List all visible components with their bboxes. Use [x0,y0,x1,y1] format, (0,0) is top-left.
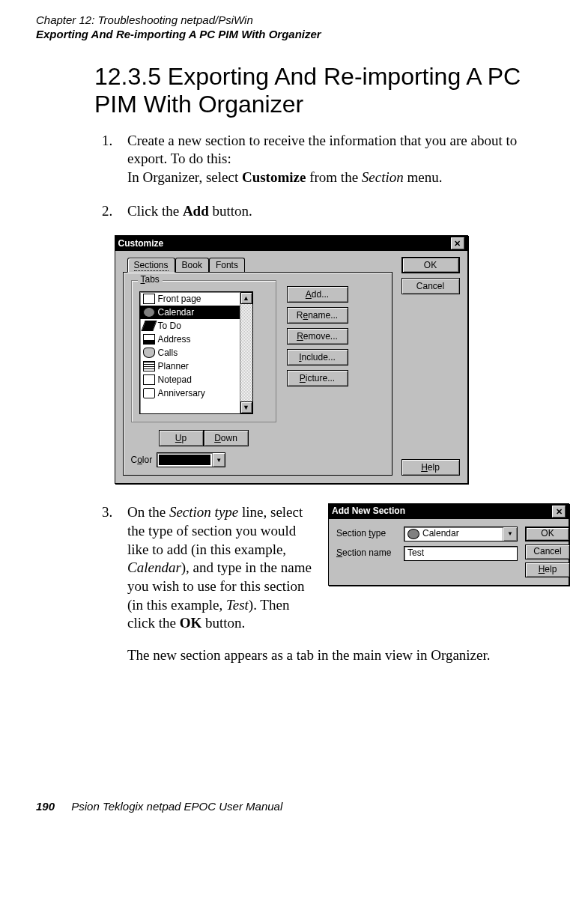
section-line: Exporting And Re-importing A PC PIM With… [36,28,546,42]
grid-icon [143,361,155,371]
help-button[interactable]: Help [401,459,460,476]
phone-icon [143,348,155,358]
list-item[interactable]: Notepad [140,373,252,386]
page-footer: 190 Psion Teklogix netpad EPOC User Manu… [36,800,546,813]
note-icon [143,374,155,385]
step-2-add: Add [183,203,209,219]
list-item[interactable]: Calendar [140,306,252,319]
section-name-input[interactable]: Test [404,546,518,561]
sections-listbox[interactable]: Front page Calendar To Do Address Calls … [139,291,253,414]
running-header: Chapter 12: Troubleshooting netpad/PsiWi… [36,13,546,42]
customize-title: Customize [118,238,164,249]
page-title: 12.3.5 Exporting And Re-importing A PC P… [94,63,546,118]
section-type-combo[interactable]: Calendar ▼ [404,527,518,541]
color-label: Color [131,455,153,465]
step-1-customize: Customize [242,169,306,185]
help-button[interactable]: Help [525,562,570,577]
step-1-text-2a: In Organizer, select [127,169,242,185]
scroll-up-icon[interactable]: ▲ [240,292,252,304]
add-section-title: Add New Section [332,506,405,518]
tab-book[interactable]: Book [175,258,209,272]
manual-title: Psion Teklogix netpad EPOC User Manual [71,800,282,813]
step-1-section: Section [362,169,404,185]
tab-fonts[interactable]: Fonts [209,258,245,272]
close-icon[interactable]: ✕ [451,237,464,249]
up-button[interactable]: Up [159,430,204,446]
list-item[interactable]: Front page [140,292,252,306]
list-item[interactable]: Address [140,333,252,346]
listbox-scrollbar[interactable]: ▲ ▼ [240,292,252,413]
section-name-label: Section name [336,547,398,559]
clock-icon [407,529,419,539]
ok-button[interactable]: OK [401,257,460,273]
step-2-t3: button. [209,203,252,219]
list-item[interactable]: Planner [140,359,252,373]
step-1-num: 1. [102,132,112,151]
color-picker[interactable]: ▼ [157,452,225,467]
list-item[interactable]: To Do [140,319,252,333]
list-item[interactable]: Calls [140,346,252,359]
step-1-text-2e: menu. [404,169,443,185]
pencil-icon [141,321,157,331]
chapter-line: Chapter 12: Troubleshooting netpad/PsiWi… [36,13,546,28]
cancel-button[interactable]: Cancel [401,278,460,294]
customize-dialog: Customize ✕ SectionsBookFonts Tabs [115,235,468,484]
include-button[interactable]: Include... [287,349,348,365]
step-3-num: 3. [102,503,112,522]
step-2: 2. Click the Add button. [102,202,546,221]
step-2-t1: Click the [127,203,183,219]
cancel-button[interactable]: Cancel [525,544,570,559]
clock-icon [143,307,155,318]
step-3-after: The new section appears as a tab in the … [127,647,491,663]
rename-button[interactable]: Rename... [287,307,348,324]
step-1-text-1: Create a new section to receive the info… [127,133,517,167]
ok-button[interactable]: OK [525,527,570,541]
add-section-titlebar[interactable]: Add New Section ✕ [329,504,569,519]
anniversary-icon [143,388,155,398]
step-1-text-2c: from the [306,169,361,185]
tabs-group: Tabs Front page Calendar To Do Address C… [131,280,276,422]
close-icon[interactable]: ✕ [552,506,566,518]
picture-button[interactable]: Picture... [287,370,348,386]
page-icon [143,294,155,304]
customize-titlebar[interactable]: Customize ✕ [115,236,467,251]
scroll-down-icon[interactable]: ▼ [240,401,252,413]
chevron-down-icon[interactable]: ▼ [503,527,517,541]
tabs-label: Tabs [138,274,163,285]
step-1: 1. Create a new section to receive the i… [102,132,546,187]
add-section-dialog: Add New Section ✕ Section type Calendar … [328,503,569,586]
add-button[interactable]: Add... [287,286,348,303]
chevron-down-icon[interactable]: ▼ [212,453,225,467]
step-3: 3. On the Section type line, select the … [102,503,546,665]
card-icon [143,334,155,345]
page-number: 190 [36,800,55,813]
step-2-num: 2. [102,202,112,221]
section-type-label: Section type [336,528,398,540]
remove-button[interactable]: Remove... [287,328,348,345]
list-item[interactable]: Anniversary [140,386,252,400]
tab-sections[interactable]: Sections [127,258,175,273]
down-button[interactable]: Down [204,430,249,446]
